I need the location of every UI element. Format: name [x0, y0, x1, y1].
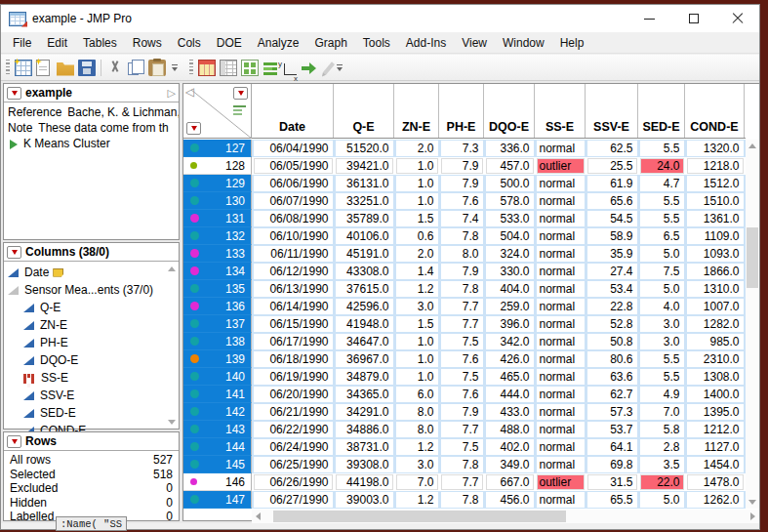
- cell-cond-e[interactable]: 985.0: [685, 333, 745, 350]
- cell-dqo-e[interactable]: 349.0: [484, 456, 535, 473]
- cell-cond-e[interactable]: 1282.0: [685, 315, 745, 333]
- toolbar-grip[interactable]: [189, 60, 193, 75]
- cell-ph-e[interactable]: 7.8: [439, 491, 484, 509]
- cell-ssv-e[interactable]: 61.9: [586, 175, 638, 192]
- cell-ssv-e[interactable]: 22.8: [586, 298, 638, 315]
- scroll-right-icon[interactable]: [750, 512, 755, 520]
- column-item-sensor-mea-ents-37-0-[interactable]: Sensor Mea...ents (37/0): [8, 281, 165, 299]
- cell-dqo-e[interactable]: 402.0: [484, 438, 535, 456]
- cell-cond-e[interactable]: 1478.0: [685, 473, 745, 491]
- cell-ph-e[interactable]: 7.9: [439, 403, 484, 421]
- cell-ss-e[interactable]: normal: [535, 192, 586, 210]
- cell-date[interactable]: 06/14/1990: [252, 298, 334, 315]
- row-header[interactable]: 128: [183, 157, 252, 175]
- horizontal-scrollbar[interactable]: [252, 510, 759, 523]
- cell-ph-e[interactable]: 7.5: [439, 438, 484, 456]
- cell-q-e[interactable]: 38731.0: [334, 438, 394, 456]
- cell-ss-e[interactable]: normal: [535, 403, 586, 421]
- cell-date[interactable]: 06/25/1990: [252, 456, 334, 473]
- cell-q-e[interactable]: 43308.0: [334, 263, 394, 280]
- cell-zn-e[interactable]: 1.0: [394, 175, 439, 192]
- cell-ssv-e[interactable]: 53.7: [586, 421, 638, 438]
- column-item-ss-e[interactable]: SS-E: [8, 369, 165, 387]
- cell-date[interactable]: 06/22/1990: [252, 421, 334, 438]
- cell-date[interactable]: 06/20/1990: [252, 386, 334, 403]
- cell-ssv-e[interactable]: 25.5: [586, 157, 638, 175]
- cell-ssv-e[interactable]: 58.9: [586, 227, 638, 245]
- cell-dqo-e[interactable]: 336.0: [484, 140, 535, 157]
- cell-date[interactable]: 06/08/1990: [252, 210, 334, 227]
- cell-sed-e[interactable]: 24.0: [638, 157, 685, 175]
- cell-date[interactable]: 06/17/1990: [252, 333, 334, 350]
- cell-dqo-e[interactable]: 578.0: [484, 192, 535, 210]
- cell-date[interactable]: 06/05/1990: [252, 157, 334, 175]
- cell-ssv-e[interactable]: 27.4: [586, 263, 638, 280]
- cell-q-e[interactable]: 40106.0: [334, 227, 394, 245]
- cell-zn-e[interactable]: 8.0: [394, 403, 439, 421]
- cell-dqo-e[interactable]: 426.0: [484, 350, 535, 368]
- cell-ssv-e[interactable]: 54.5: [586, 210, 638, 227]
- cell-sed-e[interactable]: 4.0: [638, 298, 685, 315]
- cell-cond-e[interactable]: 1454.0: [685, 456, 745, 473]
- formula-icon[interactable]: [220, 60, 237, 76]
- cell-date[interactable]: 06/27/1990: [252, 491, 334, 509]
- cell-ss-e[interactable]: normal: [535, 491, 586, 509]
- cell-q-e[interactable]: 44198.0: [334, 473, 394, 491]
- cell-sed-e[interactable]: 22.0: [638, 473, 685, 491]
- collapse-sidebar-icon[interactable]: ◁: [185, 85, 194, 99]
- cell-ss-e[interactable]: normal: [535, 438, 586, 456]
- row-header[interactable]: 134: [183, 263, 252, 280]
- cell-zn-e[interactable]: 1.0: [394, 157, 439, 175]
- cell-ph-e[interactable]: 7.6: [439, 386, 484, 403]
- cell-q-e[interactable]: 33251.0: [334, 192, 394, 210]
- column-item-dqo-e[interactable]: DQO-E: [8, 351, 165, 369]
- cell-ph-e[interactable]: 7.6: [439, 350, 484, 368]
- copy-icon[interactable]: [128, 62, 139, 75]
- cell-dqo-e[interactable]: 444.0: [484, 386, 535, 403]
- table-row[interactable]: 13506/13/199037615.01.27.8404.0normal53.…: [183, 280, 746, 298]
- cell-date[interactable]: 06/10/1990: [252, 227, 334, 245]
- row-header[interactable]: 140: [183, 368, 252, 386]
- cell-ph-e[interactable]: 7.9: [439, 157, 484, 175]
- column-header-cond-e[interactable]: COND-E: [685, 84, 745, 138]
- cell-ss-e[interactable]: normal: [535, 350, 586, 368]
- cell-dqo-e[interactable]: 457.0: [484, 157, 535, 175]
- table-row[interactable]: 14006/19/199034879.01.07.5465.0normal63.…: [183, 368, 746, 386]
- open-icon[interactable]: [57, 60, 74, 76]
- cell-zn-e[interactable]: 1.2: [394, 491, 439, 509]
- menu-file[interactable]: File: [5, 34, 39, 52]
- cell-zn-e[interactable]: 6.0: [394, 386, 439, 403]
- cell-ss-e[interactable]: normal: [535, 140, 586, 157]
- table-row[interactable]: 14306/22/199034886.08.07.7488.0normal53.…: [183, 421, 746, 438]
- cell-zn-e[interactable]: 3.0: [394, 298, 439, 315]
- cell-date[interactable]: 06/11/1990: [252, 245, 334, 263]
- table-row[interactable]: 14706/27/199039003.01.27.8456.0normal65.…: [183, 491, 746, 509]
- cell-sed-e[interactable]: 5.5: [638, 140, 685, 157]
- cell-zn-e[interactable]: 1.2: [394, 280, 439, 298]
- table-script-item[interactable]: K Means Cluster: [8, 136, 175, 152]
- cell-sed-e[interactable]: 4.7: [638, 175, 685, 192]
- cell-ph-e[interactable]: 7.8: [439, 280, 484, 298]
- cell-cond-e[interactable]: 1361.0: [685, 210, 745, 227]
- menu-view[interactable]: View: [454, 34, 495, 52]
- row-header[interactable]: 137: [183, 315, 252, 333]
- cell-ss-e[interactable]: outlier: [535, 157, 586, 175]
- cell-cond-e[interactable]: 1109.0: [685, 227, 745, 245]
- menu-tables[interactable]: Tables: [75, 34, 125, 52]
- table-row[interactable]: 14106/20/199034365.06.07.6444.0normal62.…: [183, 386, 746, 403]
- cell-ph-e[interactable]: 7.9: [439, 175, 484, 192]
- row-header[interactable]: 131: [183, 210, 252, 227]
- cell-ss-e[interactable]: normal: [535, 227, 586, 245]
- table-row[interactable]: 12706/04/199051520.02.07.3336.0normal62.…: [183, 140, 746, 157]
- cell-ssv-e[interactable]: 69.8: [586, 456, 638, 473]
- rows-corner-menu-button[interactable]: [186, 122, 201, 135]
- row-header[interactable]: 133: [183, 245, 252, 263]
- cell-zn-e[interactable]: 1.0: [394, 350, 439, 368]
- assign-icon[interactable]: [301, 60, 318, 76]
- maximize-button[interactable]: [671, 5, 715, 32]
- cell-ssv-e[interactable]: 62.7: [586, 386, 638, 403]
- table-row[interactable]: 14606/26/199044198.07.07.7667.0outlier31…: [183, 473, 746, 491]
- cell-cond-e[interactable]: 1510.0: [685, 192, 745, 210]
- row-header[interactable]: 129: [183, 175, 252, 192]
- cell-zn-e[interactable]: 3.0: [394, 456, 439, 473]
